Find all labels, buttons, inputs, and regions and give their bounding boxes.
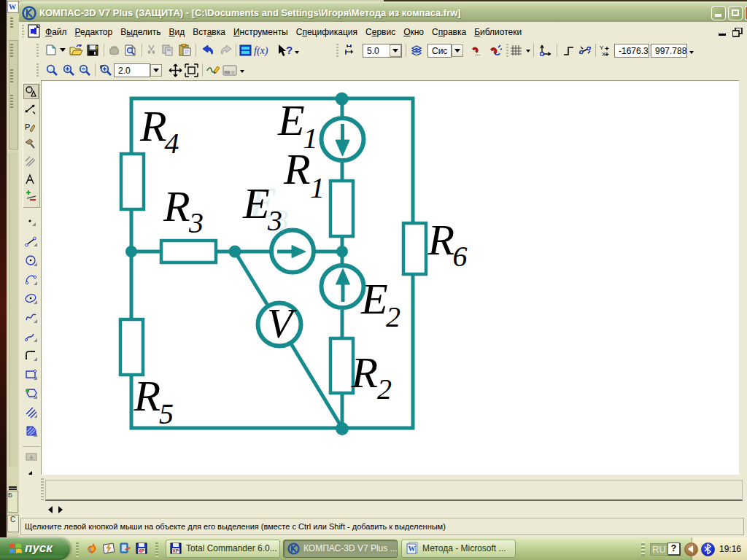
- svg-text:W: W: [409, 545, 416, 553]
- svg-text:E: E: [360, 275, 388, 323]
- svg-text:5: 5: [159, 397, 174, 430]
- svg-text:XP: XP: [172, 548, 179, 553]
- svg-text:E: E: [242, 179, 270, 228]
- svg-text:2: 2: [377, 373, 392, 405]
- svg-text:3: 3: [267, 204, 282, 237]
- svg-text:1: 1: [303, 122, 318, 155]
- svg-text:3: 3: [188, 206, 204, 239]
- svg-text:2: 2: [386, 300, 400, 333]
- svg-text:1: 1: [310, 171, 325, 204]
- svg-text:R: R: [139, 102, 167, 150]
- svg-text:XP: XP: [138, 548, 145, 553]
- svg-text:R: R: [427, 216, 455, 264]
- svg-text:R: R: [163, 182, 190, 230]
- svg-text:6: 6: [453, 240, 468, 273]
- svg-text:4: 4: [165, 127, 179, 160]
- svg-text:E: E: [277, 96, 305, 144]
- svg-text:R: R: [133, 372, 161, 420]
- svg-text:R: R: [351, 349, 379, 397]
